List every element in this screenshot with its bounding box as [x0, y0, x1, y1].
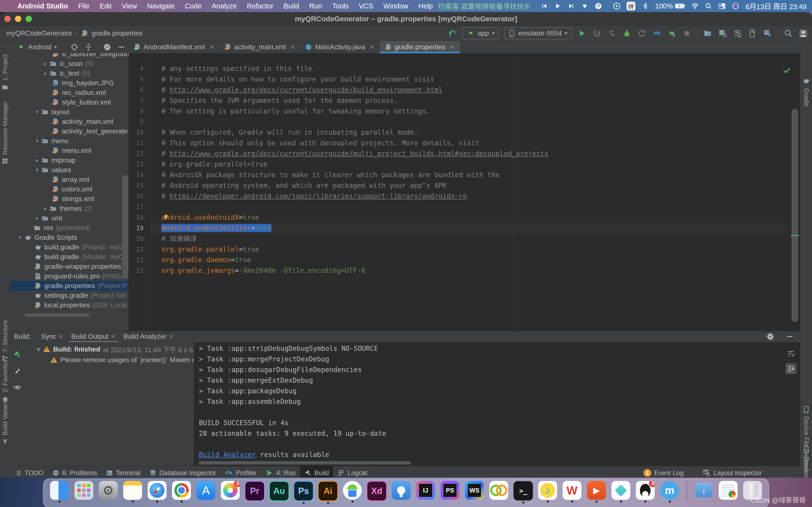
- control-center-icon[interactable]: [718, 2, 726, 10]
- profiler-button[interactable]: [652, 29, 662, 38]
- tool-window-button-profiler[interactable]: Profiler: [220, 466, 261, 477]
- search-everywhere-button[interactable]: [783, 29, 793, 38]
- tree-item-settings.gradle[interactable]: settings.gradle(Project Set: [10, 291, 129, 300]
- tool-window-button-layout-inspector[interactable]: Layout Inspector: [698, 469, 766, 477]
- tree-item-values[interactable]: ▾values: [10, 165, 129, 175]
- dock-mockingbot[interactable]: m: [660, 481, 679, 503]
- apply-code-changes-button[interactable]: [607, 29, 617, 38]
- dock-system-preferences[interactable]: ⚙: [99, 481, 118, 500]
- code-line-15[interactable]: # Android operating system, and which ar…: [151, 180, 784, 191]
- tree-item-colors.xml[interactable]: colors.xml: [10, 184, 129, 194]
- pin-tab-icon[interactable]: [12, 366, 22, 376]
- tree-item-proguard-rules.pro[interactable]: proguard-rules.pro(ProGua: [10, 271, 129, 281]
- build-tree-row[interactable]: ▾Build: finishedat 2021/6/13, 11:49 下午 4…: [37, 344, 193, 354]
- skip-back-icon[interactable]: [541, 2, 548, 10]
- tree-item-menu.xml[interactable]: menu.xml: [10, 146, 129, 156]
- code-line-22[interactable]: org.gradle.daemon=true: [151, 255, 784, 265]
- dock-document-preview[interactable]: [718, 481, 738, 500]
- chevron-expanded-icon[interactable]: ▾: [33, 138, 41, 144]
- build-tab-build-output[interactable]: Build Output✕: [67, 331, 119, 342]
- tree-item-array.xml[interactable]: array.xml: [10, 175, 129, 184]
- code-editor[interactable]: 4567891011121314151617181920212223 # any…: [129, 53, 800, 331]
- hide-panel-button[interactable]: [116, 42, 126, 52]
- close-tab-icon[interactable]: ✕: [58, 333, 63, 340]
- window-title-bar[interactable]: myQRCodeGenerator – gradle.properties [m…: [0, 12, 812, 26]
- menu-item-window[interactable]: Window: [383, 2, 408, 10]
- build-tab-build-analyzer[interactable]: Build Analyzer✕: [120, 331, 177, 342]
- select-opened-file-button[interactable]: [69, 42, 79, 52]
- close-tab-icon[interactable]: ✕: [369, 44, 375, 51]
- code-line-10[interactable]: # When configured, Gradle will run in in…: [151, 127, 784, 138]
- console-hscrollbar[interactable]: [198, 461, 411, 464]
- inspections-ok-icon[interactable]: [782, 66, 791, 74]
- build-tab-sync[interactable]: Sync✕: [37, 331, 67, 342]
- editor-tab-MainActivity.java[interactable]: CMainActivity.java✕: [300, 41, 379, 53]
- project-tree-hscrollbar[interactable]: [24, 314, 90, 317]
- virtual-device-button[interactable]: [748, 29, 757, 38]
- tree-item-Gradle Scripts[interactable]: ▾Gradle Scripts: [10, 233, 129, 242]
- tree-item-rec_radius.xml[interactable]: rec_radius.xml: [10, 88, 129, 98]
- menu-item-vcs[interactable]: VCS: [359, 2, 373, 10]
- tool-strip-1-project[interactable]: 1: Project: [1, 54, 9, 81]
- soft-wrap-icon[interactable]: [785, 348, 797, 359]
- apply-changes-button[interactable]: A: [592, 29, 602, 38]
- collapse-all-button[interactable]: [84, 42, 93, 52]
- code-line-7[interactable]: # Specifies the JVM arguments used for t…: [151, 95, 784, 106]
- tool-strip-2-favorites[interactable]: 2: Favorites: [1, 360, 9, 393]
- tree-item-gradle.properties[interactable]: gradle.properties(Project P: [10, 281, 129, 291]
- run-configuration-select[interactable]: app ▾: [462, 27, 499, 39]
- dock-photoshop[interactable]: Ps: [294, 481, 313, 504]
- editor-tab-gradle.properties[interactable]: gradle.properties✕: [379, 41, 460, 53]
- chevron-collapsed-icon[interactable]: ▸: [33, 215, 41, 221]
- tool-window-button-4-run[interactable]: 4: Run: [261, 466, 300, 477]
- menu-bar-clock[interactable]: 6月13日 周日 23:49: [746, 1, 807, 11]
- input-method-icon[interactable]: 拼: [627, 2, 636, 10]
- tree-item-build.gradle[interactable]: build.gradle(Module: myQR: [10, 252, 129, 262]
- tree-item-local.properties[interactable]: local.properties(SDK Locat: [10, 300, 129, 310]
- dock-lanhu[interactable]: [611, 481, 630, 503]
- dock-premiere-pro[interactable]: Pr: [245, 481, 264, 501]
- chevron-collapsed-icon[interactable]: ▸: [41, 70, 50, 76]
- breadcrumb-file[interactable]: gradle.properties: [92, 30, 142, 37]
- build-tree-row[interactable]: Please remove usages of `jcenter()` Mave…: [50, 355, 193, 365]
- build-output-console[interactable]: > Task :app:stripDebugDebugSymbols NO-SO…: [193, 342, 800, 466]
- tree-item-layout[interactable]: ▾layout: [10, 107, 129, 117]
- tool-strip-emulator[interactable]: Emulator: [803, 456, 810, 477]
- tool-window-button-logcat[interactable]: Logcat: [333, 466, 372, 477]
- dock-intellij-idea[interactable]: IJ: [416, 481, 435, 500]
- hide-build-panel-button[interactable]: [785, 332, 795, 341]
- code-line-19[interactable]: android.enableJetifier=true: [151, 223, 784, 233]
- menu-item-tools[interactable]: Tools: [332, 2, 349, 10]
- tool-strip-gradle[interactable]: Gradle: [803, 88, 810, 107]
- code-line-4[interactable]: # any settings specified in this file.: [151, 63, 784, 74]
- dock-chrome[interactable]: [172, 481, 191, 503]
- breadcrumb-project[interactable]: myQRCodeGenerator: [6, 30, 72, 37]
- dock-launchpad[interactable]: [74, 481, 94, 500]
- bluetooth-icon[interactable]: [642, 2, 649, 10]
- close-tab-icon[interactable]: ✕: [450, 44, 455, 51]
- filter-eye-icon[interactable]: [12, 382, 22, 392]
- dock-notes[interactable]: [123, 481, 142, 503]
- menu-item-help[interactable]: Help: [418, 2, 433, 10]
- tree-item-style_button.xml[interactable]: style_button.xml: [10, 98, 129, 107]
- editor-tab-AndroidManifest.xml[interactable]: MFAndroidManifest.xml✕: [129, 41, 219, 53]
- run-button[interactable]: [577, 29, 587, 38]
- dock-navicat[interactable]: [489, 481, 508, 500]
- menu-item-navigate[interactable]: Navigate: [147, 2, 174, 10]
- code-line-6[interactable]: # http://www.gradle.org/docs/current/use…: [151, 85, 784, 95]
- tree-item-ic_launcher_foreground[interactable]: ic_launcher_foreground: [10, 53, 129, 59]
- menu-item-run[interactable]: Run: [309, 2, 322, 10]
- tool-strip-7-structure[interactable]: 7: Structure: [1, 320, 9, 352]
- tool-window-button-event-log[interactable]: 1Event Log: [639, 469, 688, 477]
- close-tab-icon[interactable]: ✕: [209, 44, 215, 51]
- menu-item-android-studio[interactable]: Android Studio: [17, 2, 68, 10]
- play-icon[interactable]: [554, 2, 561, 10]
- build-hammer-icon[interactable]: [12, 350, 22, 359]
- close-tab-icon[interactable]: ✕: [290, 44, 296, 51]
- code-line-13[interactable]: # org.gradle.parallel=true: [151, 159, 784, 170]
- dock-app-store[interactable]: A: [196, 481, 215, 500]
- qq-music-menu-icon[interactable]: [595, 2, 602, 10]
- code-line-17[interactable]: [151, 202, 784, 212]
- dock-downloads-folder[interactable]: ↓: [694, 481, 713, 500]
- siri-icon[interactable]: [732, 2, 739, 10]
